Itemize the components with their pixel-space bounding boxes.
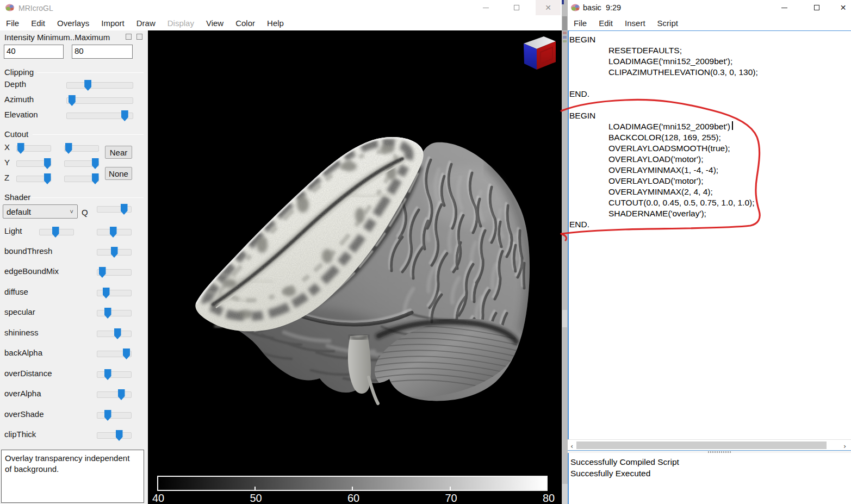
- slider-track-azimuth[interactable]: [66, 97, 133, 104]
- menu-file[interactable]: File: [0, 18, 25, 28]
- slider-handle-cutout-z-2[interactable]: [92, 173, 99, 184]
- slider-handle-cutout-z-1[interactable]: [44, 173, 51, 184]
- left-titlebar[interactable]: MRIcroGL ✕: [0, 0, 562, 15]
- slider-handle-q[interactable]: [121, 204, 128, 215]
- left-close-button[interactable]: ✕: [536, 0, 561, 15]
- slider-track-depth[interactable]: [66, 82, 133, 89]
- menu-insert[interactable]: Insert: [619, 18, 651, 28]
- right-close-button[interactable]: ✕: [835, 0, 851, 15]
- slider-handle-azimuth[interactable]: [69, 95, 76, 106]
- menu-edit[interactable]: Edit: [25, 18, 51, 28]
- shader-dropdown[interactable]: default˅: [3, 204, 78, 219]
- menu-file[interactable]: File: [568, 18, 593, 28]
- label-cutout-y: Y: [4, 158, 10, 167]
- intensity-checkbox-1[interactable]: [126, 34, 132, 40]
- slider-track-overshade[interactable]: [97, 412, 132, 419]
- slider-handle-cutout-y-1[interactable]: [44, 158, 51, 169]
- left-menubar: FileEditOverlaysImportDrawDisplayViewCol…: [0, 15, 562, 30]
- scroll-left-arrow[interactable]: ‹: [570, 442, 573, 450]
- slider-handle-cutout-y-2[interactable]: [92, 158, 99, 169]
- q-label: Q: [82, 208, 88, 217]
- slider-handle-boundthresh[interactable]: [111, 247, 118, 258]
- group-line: [37, 72, 144, 73]
- app-brain-icon: [5, 4, 15, 11]
- slider-track-overalpha[interactable]: [97, 391, 132, 398]
- group-label-cutout: Cutout: [4, 129, 28, 139]
- label-elevation: Elevation: [4, 110, 38, 119]
- colorbar-tick: [450, 487, 451, 491]
- slider-handle-cutout-x-2[interactable]: [65, 143, 72, 154]
- menu-overlays[interactable]: Overlays: [51, 18, 95, 28]
- slider-handle-cutout-x-1[interactable]: [17, 143, 24, 154]
- slider-track-overdistance[interactable]: [97, 371, 132, 378]
- slider-handle-overshade[interactable]: [104, 410, 111, 421]
- script-line: [569, 99, 758, 110]
- right-maximize-button[interactable]: [804, 0, 829, 15]
- right-titlebar[interactable]: basic 9:29 ✕: [568, 0, 851, 15]
- group-label-shader: Shader: [4, 192, 30, 202]
- menu-view[interactable]: View: [200, 18, 229, 28]
- slider-handle-elevation[interactable]: [121, 110, 128, 121]
- none-button[interactable]: None: [105, 167, 132, 180]
- menu-script[interactable]: Script: [651, 18, 684, 28]
- render-viewport[interactable]: 4050607080: [148, 30, 562, 504]
- chevron-down-icon: ˅: [70, 208, 77, 215]
- horizontal-scrollbar[interactable]: ‹ ›: [568, 439, 851, 450]
- slider-handle-depth[interactable]: [84, 80, 91, 91]
- label-boundthresh: boundThresh: [4, 246, 52, 256]
- intensity-max-input[interactable]: 80: [72, 45, 133, 59]
- script-editor[interactable]: BEGIN RESETDEFAULTS; LOADIMAGE('mni152_2…: [568, 30, 851, 439]
- script-line: OVERLAYLOAD('motor');: [569, 154, 758, 165]
- background-window-sliver: [562, 0, 568, 504]
- slider-handle-light-2[interactable]: [110, 227, 117, 238]
- slider-handle-clipthick[interactable]: [116, 430, 123, 441]
- right-minimize-button[interactable]: [772, 0, 797, 15]
- near-button[interactable]: Near: [105, 146, 132, 159]
- desktop: MRIcroGL ✕ FileEditOverlaysImportDrawDis…: [0, 0, 851, 504]
- menu-draw[interactable]: Draw: [131, 18, 161, 28]
- slider-handle-overdistance[interactable]: [104, 369, 111, 380]
- slider-handle-light-1[interactable]: [52, 227, 59, 238]
- script-line: BACKCOLOR(128, 169, 255);: [569, 132, 758, 143]
- script-text: BEGIN RESETDEFAULTS; LOADIMAGE('mni152_2…: [569, 34, 758, 230]
- colorbar-tick: [352, 487, 353, 491]
- slider-handle-shininess[interactable]: [114, 328, 121, 339]
- scrollbar-thumb[interactable]: [576, 441, 827, 449]
- intensity-min-input[interactable]: 40: [4, 45, 64, 59]
- right-menubar: FileEditInsertScript: [568, 15, 851, 30]
- left-minimize-button[interactable]: [473, 0, 498, 15]
- script-line: END.: [569, 219, 758, 230]
- label-light: Light: [4, 226, 22, 235]
- slider-handle-overalpha[interactable]: [118, 389, 125, 400]
- script-line: OVERLAYMINMAX(1, -4, -4);: [569, 165, 758, 176]
- slider-track-diffuse[interactable]: [97, 290, 132, 296]
- right-window-title: basic 9:29: [583, 3, 621, 12]
- script-line: OVERLAYLOAD('motor');: [569, 176, 758, 186]
- label-clipthick: clipThick: [4, 430, 36, 439]
- brain-render: [148, 30, 562, 504]
- label-backalpha: backAlpha: [4, 348, 42, 357]
- menu-help[interactable]: Help: [261, 18, 290, 28]
- intensity-checkbox-2[interactable]: [136, 34, 142, 40]
- script-line: RESETDEFAULTS;: [569, 45, 758, 56]
- menu-import[interactable]: Import: [95, 18, 131, 28]
- script-line: OVERLAYMINMAX(2, 4, 4);: [569, 186, 758, 197]
- slider-handle-edgeboundmix[interactable]: [99, 267, 106, 278]
- script-line: END.: [569, 89, 758, 99]
- script-line: BEGIN: [569, 34, 758, 45]
- slider-handle-specular[interactable]: [104, 308, 111, 319]
- menu-edit[interactable]: Edit: [593, 18, 619, 28]
- script-line: BEGIN: [569, 110, 758, 121]
- slider-track-clipthick[interactable]: [97, 432, 132, 439]
- slider-handle-diffuse[interactable]: [103, 288, 110, 298]
- left-maximize-button[interactable]: [504, 0, 529, 15]
- script-line: [569, 78, 758, 89]
- script-line: CUTOUT(0.0, 0.45, 0.5, 0.75, 1.0, 1.0);: [569, 197, 758, 208]
- shader-dropdown-value: default: [3, 207, 70, 216]
- scroll-right-arrow[interactable]: ›: [843, 442, 846, 450]
- label-overalpha: overAlpha: [4, 389, 41, 398]
- menu-color[interactable]: Color: [229, 18, 261, 28]
- colorbar-label: 60: [345, 492, 362, 504]
- slider-handle-backalpha[interactable]: [123, 349, 130, 359]
- slider-track-specular[interactable]: [97, 310, 132, 316]
